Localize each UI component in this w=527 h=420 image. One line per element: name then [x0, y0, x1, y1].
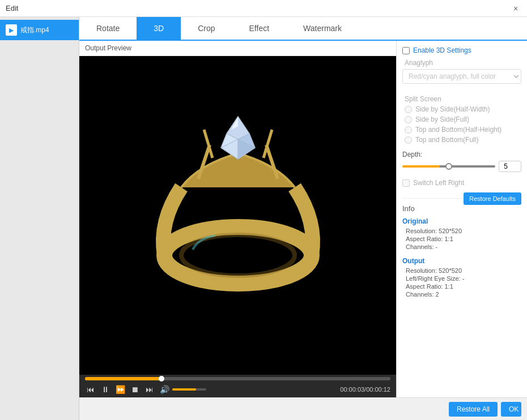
- original-info-title: Original: [402, 217, 521, 225]
- split-top-bottom-half-radio[interactable]: [405, 126, 412, 134]
- skip-forward-button[interactable]: ⏭: [144, 384, 155, 395]
- video-controls: ⏮ ⏸ ⏩ ⏹ ⏭ 🔊 00:00:03/00:00:12: [79, 375, 396, 397]
- original-resolution: Resolution: 520*520: [402, 228, 521, 234]
- window-title: Edit: [6, 4, 18, 12]
- split-top-bottom-full-label: Top and Bottom(Full): [415, 136, 478, 144]
- depth-section: Depth: 5: [402, 151, 521, 172]
- anaglyph-section: Anaglyph Red/cyan anaglyph, full color: [402, 59, 521, 88]
- volume-icon[interactable]: 🔊: [159, 384, 170, 395]
- split-screen-section: Split Screen Side by Side(Half-Width) Si…: [402, 95, 521, 144]
- progress-bar[interactable]: [85, 377, 390, 380]
- title-bar: Edit ×: [0, 0, 527, 17]
- close-button[interactable]: ×: [510, 3, 521, 14]
- preview-video: [79, 56, 396, 375]
- restore-defaults-button[interactable]: Restore Defaults: [464, 192, 521, 205]
- depth-slider-container: 5: [402, 161, 521, 172]
- preview-panel: Output Preview: [79, 41, 397, 397]
- anaglyph-select[interactable]: Red/cyan anaglyph, full color: [402, 69, 521, 84]
- split-option-4-row: Top and Bottom(Full): [405, 136, 521, 144]
- split-option-1-row: Side by Side(Half-Width): [405, 105, 521, 113]
- info-section-title: Info: [402, 204, 521, 213]
- split-top-bottom-full-radio[interactable]: [405, 136, 412, 144]
- split-side-by-side-full-label: Side by Side(Full): [415, 115, 469, 123]
- split-side-by-side-full-radio[interactable]: [405, 116, 412, 123]
- tab-3d[interactable]: 3D: [137, 17, 181, 41]
- enable-3d-checkbox[interactable]: [402, 47, 410, 54]
- output-channels: Channels: 2: [402, 291, 521, 298]
- output-info-section: Output Resolution: 520*520 Left/Right Ey…: [402, 257, 521, 298]
- output-lr-eye-size: Left/Right Eye Size: -: [402, 275, 521, 282]
- file-name: 戒指.mp4: [20, 25, 49, 35]
- file-icon: ▶: [6, 24, 17, 36]
- split-option-2-row: Side by Side(Full): [405, 115, 521, 123]
- progress-thumb: [159, 376, 164, 382]
- split-option-3-row: Top and Bottom(Half-Height): [405, 126, 521, 134]
- controls-row: ⏮ ⏸ ⏩ ⏹ ⏭ 🔊 00:00:03/00:00:12: [85, 384, 390, 395]
- output-info-title: Output: [402, 257, 521, 265]
- volume-slider[interactable]: [172, 388, 206, 391]
- tabs-bar: Rotate 3D Crop Effect Watermark: [79, 17, 527, 41]
- sidebar: ▶ 戒指.mp4: [0, 17, 79, 420]
- split-side-by-side-half-label: Side by Side(Half-Width): [415, 105, 490, 113]
- stop-button[interactable]: ⏹: [129, 384, 141, 395]
- main-container: ▶ 戒指.mp4 Rotate 3D Crop Effect Watermark: [0, 17, 527, 420]
- output-resolution: Resolution: 520*520: [402, 267, 521, 274]
- restore-all-button[interactable]: Restore All: [449, 402, 498, 417]
- split-side-by-side-half-radio[interactable]: [405, 106, 412, 113]
- enable-3d-row: Enable 3D Settings: [402, 46, 521, 54]
- anaglyph-label: Anaglyph: [405, 59, 521, 67]
- switch-left-right-row: Switch Left Right: [402, 179, 521, 187]
- split-screen-label: Split Screen: [405, 95, 521, 103]
- skip-back-button[interactable]: ⏮: [85, 384, 96, 395]
- content-area: Rotate 3D Crop Effect Watermark Output P…: [79, 17, 527, 420]
- time-display: 00:00:03/00:00:12: [340, 386, 390, 393]
- settings-panel: Enable 3D Settings Anaglyph Red/cyan ana…: [397, 41, 527, 397]
- volume-control: 🔊: [159, 384, 206, 395]
- switch-left-right-label: Switch Left Right: [413, 179, 464, 187]
- editor-area: Output Preview: [79, 41, 527, 397]
- ok-button[interactable]: OK: [501, 402, 521, 417]
- depth-slider[interactable]: [402, 165, 495, 168]
- progress-fill: [85, 377, 162, 380]
- tab-effect[interactable]: Effect: [232, 17, 287, 41]
- switch-left-right-checkbox[interactable]: [402, 179, 410, 187]
- output-aspect-ratio: Aspect Ratio: 1:1: [402, 283, 521, 290]
- split-top-bottom-half-label: Top and Bottom(Half-Height): [415, 126, 502, 134]
- tab-crop[interactable]: Crop: [181, 17, 232, 41]
- depth-value-input[interactable]: 5: [499, 161, 521, 172]
- tab-watermark[interactable]: Watermark: [286, 17, 359, 41]
- original-aspect-ratio: Aspect Ratio: 1:1: [402, 235, 521, 242]
- tab-rotate[interactable]: Rotate: [79, 17, 137, 41]
- fast-forward-button[interactable]: ⏩: [114, 384, 126, 395]
- ring-preview-image: [147, 97, 329, 335]
- enable-3d-label: Enable 3D Settings: [413, 46, 471, 54]
- volume-fill: [172, 388, 196, 391]
- depth-label: Depth:: [402, 151, 521, 158]
- sidebar-file-item[interactable]: ▶ 戒指.mp4: [0, 20, 79, 40]
- original-channels: Channels: -: [402, 243, 521, 250]
- preview-title: Output Preview: [79, 41, 396, 56]
- bottom-bar: Restore All OK: [79, 397, 527, 420]
- pause-button[interactable]: ⏸: [100, 384, 111, 395]
- info-section: Info Original Resolution: 520*520 Aspect…: [402, 198, 521, 298]
